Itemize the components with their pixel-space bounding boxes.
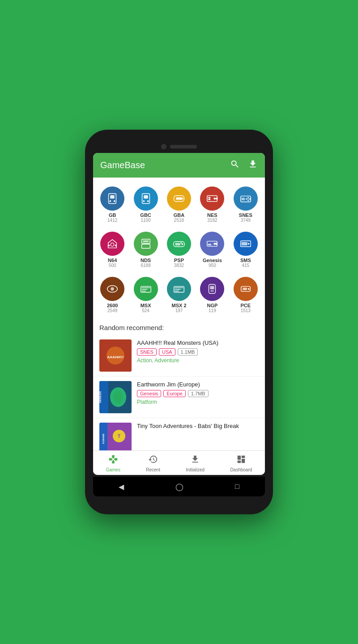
recents-button[interactable]: □ [235, 483, 239, 491]
platform-name-genesis: Genesis [203, 258, 222, 263]
platform-psp[interactable]: PSP 3832 [163, 228, 195, 271]
back-button[interactable]: ◀ [119, 483, 124, 491]
svg-point-65 [114, 391, 123, 403]
svg-point-21 [246, 198, 247, 200]
nav-icon-recent [148, 454, 158, 466]
game-tag[interactable]: SNES [137, 348, 157, 356]
svg-rect-52 [210, 286, 214, 289]
platform-icon-gba [167, 186, 191, 211]
nav-item-recent[interactable]: Recent [141, 453, 166, 473]
svg-point-22 [247, 199, 249, 201]
game-tag[interactable]: Europe [163, 390, 185, 397]
svg-rect-1 [111, 195, 115, 199]
svg-text:AAAHH!!!: AAAHH!!! [107, 355, 124, 359]
platform-count-psp: 3832 [174, 263, 184, 268]
svg-point-3 [114, 200, 115, 202]
platform-count-2600: 2549 [107, 308, 117, 313]
svg-point-16 [214, 198, 216, 200]
game-tag[interactable]: USA [159, 348, 175, 356]
svg-point-37 [215, 243, 217, 245]
svg-point-40 [247, 243, 249, 245]
platform-count-genesis: 950 [209, 263, 216, 268]
search-icon[interactable] [230, 159, 240, 171]
game-genre: Platform [137, 399, 259, 405]
platform-nds[interactable]: NDS 6188 [130, 228, 161, 271]
game-item[interactable]: KONAMI T Tiny Toon Adventures - Babs' Bi… [93, 418, 265, 450]
content-area: GB 1412 GBC 1100 GBA 2518 NES 3182 SNES … [93, 178, 265, 450]
game-tag[interactable]: 1.1MB [178, 348, 198, 356]
game-title: Tiny Toon Adventures - Babs' Big Break [137, 423, 259, 429]
platform-icon-2600 [100, 277, 124, 301]
phone-screen: GameBase GB 1412 GBC 1100 [93, 153, 265, 475]
platform-pce[interactable]: PCE 1513 [230, 273, 261, 317]
platform-msx[interactable]: MSX 524 [130, 273, 161, 317]
platform-ngp[interactable]: NGP 119 [196, 273, 228, 317]
game-info: AAAHH!!! Real Monsters (USA) SNESUSA1.1M… [137, 339, 259, 364]
home-button[interactable]: ◯ [175, 483, 183, 491]
platform-icon-ngp [200, 277, 224, 301]
app-bar: GameBase [93, 153, 265, 178]
platform-name-n64: N64 [108, 258, 117, 263]
platform-gb[interactable]: GB 1412 [97, 183, 128, 226]
game-item[interactable]: GENESIS Earthworm Jim (Europe) GenesisEu… [93, 377, 265, 418]
nav-icon-games [108, 454, 118, 466]
platform-snes[interactable]: SNES 3749 [230, 183, 261, 226]
svg-point-20 [249, 198, 251, 200]
platform-name-psp: PSP [174, 258, 184, 263]
svg-text:KONAMI: KONAMI [102, 433, 105, 444]
platform-count-nds: 6188 [141, 263, 150, 268]
platform-nes[interactable]: NES 3182 [196, 183, 228, 226]
game-info: Earthworm Jim (Europe) GenesisEurope1.7M… [137, 381, 259, 405]
download-icon[interactable] [248, 159, 258, 171]
nav-icon-dashboard [236, 454, 246, 466]
svg-rect-48 [175, 287, 183, 288]
platform-gba[interactable]: GBA 2518 [163, 183, 195, 226]
game-tag[interactable]: 1.7MB [188, 390, 209, 397]
game-thumb: GENESIS [99, 381, 132, 413]
game-thumb: KONAMI T [99, 423, 132, 450]
nav-item-dashboard[interactable]: Dashboard [225, 453, 257, 473]
game-tag[interactable]: Genesis [137, 390, 161, 397]
app-bar-icons [230, 159, 258, 171]
svg-point-53 [211, 290, 212, 292]
platform-count-gb: 1412 [107, 218, 117, 223]
platform-name-gba: GBA [174, 212, 184, 218]
svg-point-25 [108, 245, 110, 246]
svg-point-19 [247, 197, 249, 199]
phone-notch [93, 143, 265, 149]
game-thumb: AAAHH!!! [99, 339, 132, 372]
nav-item-games[interactable]: Games [101, 453, 126, 473]
platform-gbc[interactable]: GBC 1100 [130, 183, 161, 226]
svg-point-54 [213, 290, 214, 292]
platform-count-sms: 415 [242, 263, 249, 268]
nav-icon-initialized [190, 454, 200, 466]
platform-genesis[interactable]: Genesis 950 [196, 228, 228, 271]
platform-count-ngp: 119 [209, 308, 216, 313]
platform-name-msx2: MSX 2 [171, 303, 186, 308]
app-title: GameBase [100, 160, 145, 170]
svg-point-11 [180, 198, 182, 199]
game-genre: Action, Adventure [137, 357, 259, 364]
game-info: Tiny Toon Adventures - Babs' Big Break [137, 423, 259, 433]
platform-2600[interactable]: 2600 2549 [97, 273, 128, 317]
platform-name-sms: SMS [240, 258, 251, 263]
nav-item-initialized[interactable]: Initialized [180, 453, 210, 473]
svg-rect-56 [243, 288, 247, 290]
platform-n64[interactable]: N64 500 [97, 228, 128, 271]
nav-label-games: Games [106, 467, 120, 472]
android-nav: ◀ ◯ □ [93, 477, 265, 496]
svg-point-2 [110, 200, 111, 202]
game-list: AAAHH!!! AAAHH!!! Real Monsters (USA) SN… [93, 335, 265, 450]
svg-point-6 [143, 200, 145, 202]
platforms-grid: GB 1412 GBC 1100 GBA 2518 NES 3182 SNES … [93, 178, 265, 318]
game-item[interactable]: AAAHH!!! AAAHH!!! Real Monsters (USA) SN… [93, 335, 265, 377]
platform-count-n64: 500 [109, 263, 116, 268]
svg-rect-49 [175, 289, 181, 290]
platform-msx2[interactable]: MSX 2 197 [163, 273, 195, 317]
game-title: Earthworm Jim (Europe) [137, 381, 259, 388]
svg-rect-45 [141, 289, 147, 290]
platform-count-nes: 3182 [207, 218, 217, 223]
platform-sms[interactable]: SMS 415 [230, 228, 261, 271]
platform-icon-snes [234, 186, 258, 211]
svg-rect-28 [141, 244, 150, 248]
